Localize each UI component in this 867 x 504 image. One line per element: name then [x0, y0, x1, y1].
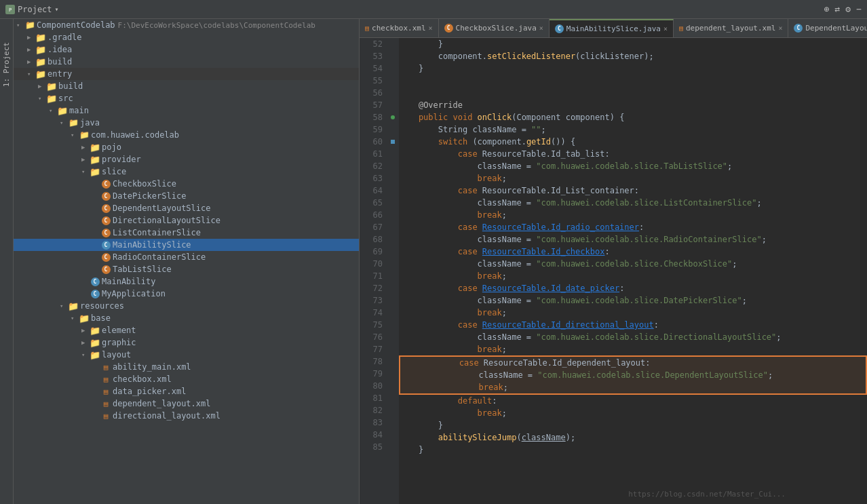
- tree-label: .gradle: [47, 33, 82, 42]
- project-tab-label[interactable]: 1: Project: [1, 39, 12, 90]
- folder-icon: 📁: [79, 313, 90, 323]
- tree-item-pojo[interactable]: ▶ 📁 pojo: [14, 141, 359, 153]
- code-area: 52 53 54 55 56 57 58 59 60 61 62 63 64 6…: [360, 38, 867, 504]
- tree-label: MyApplication: [102, 289, 166, 298]
- tree-item-ability-main-xml[interactable]: ▶ ▤ ability_main.xml: [14, 361, 359, 373]
- tree-label: data_picker.xml: [113, 387, 186, 396]
- tree-item-directional-slice[interactable]: ▶ C DirectionalLayoutSlice: [14, 214, 359, 227]
- globe-btn[interactable]: ⊕: [824, 4, 830, 14]
- tab-close-btn[interactable]: ×: [778, 24, 782, 32]
- tree-item-main[interactable]: ▾ 📁 main: [14, 104, 359, 117]
- tree-item-root[interactable]: ▾ 📁 ComponentCodelab F:\DevEcoWorkSpace\…: [14, 19, 359, 31]
- tree-item-directional-layout-xml[interactable]: ▶ ▤ directional_layout.xml: [14, 410, 359, 422]
- tab-close-btn[interactable]: ×: [663, 25, 668, 33]
- minimize-btn[interactable]: −: [856, 4, 862, 14]
- tree-arrow: ▶: [81, 339, 90, 346]
- sync-btn[interactable]: ⇄: [835, 4, 841, 14]
- java-class-icon: C: [100, 228, 111, 237]
- tree-item-element[interactable]: ▶ 📁 element: [14, 324, 359, 336]
- folder-icon: 📁: [35, 69, 46, 79]
- watermark: https://blog.csdn.net/Master_Cui...: [628, 490, 786, 499]
- tree-item-dependent-layout-xml[interactable]: ▶ ▤ dependent_layout.xml: [14, 398, 359, 410]
- tree-item-idea[interactable]: ▶ 📁 .idea: [14, 43, 359, 56]
- tree-arrow: ▶: [27, 58, 35, 65]
- tree-label: build: [47, 57, 72, 66]
- folder-icon: 📁: [90, 326, 100, 335]
- tab-checkbox-slice-java[interactable]: C CheckboxSlice.java ×: [439, 19, 550, 37]
- tree-label: checkbox.xml: [113, 374, 172, 384]
- tree-item-gradle[interactable]: ▶ 📁 .gradle: [14, 31, 359, 43]
- tree-item-checkbox-slice[interactable]: ▶ C CheckboxSlice: [14, 178, 359, 190]
- tree-arrow: ▾: [71, 132, 79, 138]
- tree-label: slice: [102, 167, 126, 176]
- gutter-column: [387, 38, 399, 504]
- code-pre-highlighted: case ResourceTable.Id_dependent_layout: …: [400, 357, 866, 393]
- tree-item-base[interactable]: ▾ 📁 base: [14, 312, 359, 324]
- code-lines[interactable]: } component.setClickedListener(clickList…: [399, 38, 867, 504]
- tree-item-main-ability-slice[interactable]: ▶ C MainAbilitySlice: [14, 239, 359, 251]
- java-tab-icon: C: [555, 24, 564, 33]
- tab-checkbox-xml[interactable]: ▤ checkbox.xml ×: [360, 19, 439, 37]
- tab-dependent-layout-slice-java[interactable]: C DependentLayoutS... ×: [788, 19, 867, 37]
- tree-arrow: ▶: [81, 327, 90, 334]
- line-numbers: 52 53 54 55 56 57 58 59 60 61 62 63 64 6…: [360, 38, 387, 504]
- tree-item-src[interactable]: ▾ 📁 src: [14, 92, 359, 104]
- sidebar-tree: ▾ 📁 ComponentCodelab F:\DevEcoWorkSpace\…: [14, 19, 359, 504]
- tree-item-resources[interactable]: ▾ 📁 resources: [14, 300, 359, 312]
- tree-item-listcontainer-slice[interactable]: ▶ C ListContainerSlice: [14, 227, 359, 239]
- blue-bookmark-icon: [391, 140, 395, 144]
- tree-item-java[interactable]: ▾ 📁 java: [14, 117, 359, 129]
- tab-close-btn[interactable]: ×: [429, 24, 433, 32]
- tree-item-entry[interactable]: ▾ 📁 entry: [14, 68, 359, 80]
- java-class-icon: C: [100, 203, 111, 213]
- tree-arrow: ▾: [27, 71, 35, 77]
- vertical-project-tab[interactable]: 1: Project: [0, 19, 14, 504]
- tree-label: DependentLayoutSlice: [113, 203, 211, 213]
- green-dot-icon: [391, 115, 395, 119]
- tree-item-layout[interactable]: ▾ 📁 layout: [14, 349, 359, 361]
- folder-icon: 📁: [46, 81, 57, 91]
- tree-arrow: ▶: [81, 156, 90, 163]
- tab-main-ability-slice-java[interactable]: C MainAbilitySlice.java ×: [550, 19, 674, 37]
- tree-arrow: ▶: [27, 46, 35, 53]
- xml-tab-icon: ▤: [679, 24, 683, 32]
- project-arrow: ▾: [55, 5, 59, 13]
- tree-item-data-picker-xml[interactable]: ▶ ▤ data_picker.xml: [14, 385, 359, 398]
- tree-item-radio-slice[interactable]: ▶ C RadioContainerSlice: [14, 251, 359, 263]
- tree-label: ListContainerSlice: [113, 228, 201, 237]
- folder-icon: 📁: [79, 130, 90, 140]
- tree-item-datepicker-slice[interactable]: ▶ C DatePickerSlice: [14, 190, 359, 202]
- tree-item-provider[interactable]: ▶ 📁 provider: [14, 153, 359, 166]
- tree-label: base: [91, 313, 111, 323]
- tree-item-graphic[interactable]: ▶ 📁 graphic: [14, 336, 359, 349]
- tree-arrow: ▾: [81, 168, 90, 175]
- tree-item-dependent-slice[interactable]: ▶ C DependentLayoutSlice: [14, 202, 359, 214]
- project-path: F:\DevEcoWorkSpace\codelabs\ComponentCod…: [118, 21, 315, 30]
- code-pre: } component.setClickedListener(clickList…: [399, 38, 867, 355]
- title-bar-left: P Project ▾: [5, 5, 59, 14]
- tree-arrow: ▶: [81, 144, 90, 151]
- title-bar: P Project ▾ ⊕ ⇄ ⚙ −: [0, 0, 867, 19]
- tree-item-slice[interactable]: ▾ 📁 slice: [14, 166, 359, 178]
- tree-item-pkg[interactable]: ▾ 📁 com.huawei.codelab: [14, 129, 359, 141]
- tree-label: .idea: [47, 45, 72, 54]
- code-editor: ▤ checkbox.xml × C CheckboxSlice.java × …: [360, 19, 867, 504]
- project-icon: P: [5, 5, 15, 14]
- tab-label: DependentLayoutS...: [805, 24, 867, 33]
- java-class-icon: C: [100, 216, 111, 225]
- java-class-icon: C: [90, 277, 100, 286]
- folder-icon: 📁: [90, 155, 100, 164]
- xml-file-icon: ▤: [100, 411, 111, 421]
- tab-close-btn[interactable]: ×: [539, 24, 543, 32]
- tree-item-checkbox-xml[interactable]: ▶ ▤ checkbox.xml: [14, 373, 359, 385]
- svg-text:P: P: [9, 7, 12, 13]
- tree-item-entry-build[interactable]: ▶ 📁 build: [14, 80, 359, 92]
- tree-item-tablist-slice[interactable]: ▶ C TabListSlice: [14, 263, 359, 275]
- tree-item-main-ability[interactable]: ▶ C MainAbility: [14, 275, 359, 288]
- tree-item-build-root[interactable]: ▶ 📁 build: [14, 56, 359, 68]
- tree-item-my-application[interactable]: ▶ C MyApplication: [14, 288, 359, 300]
- tree-label: TabListSlice: [113, 265, 172, 274]
- sidebar: ▾ 📁 ComponentCodelab F:\DevEcoWorkSpace\…: [14, 19, 360, 504]
- settings-btn[interactable]: ⚙: [845, 4, 851, 14]
- tab-dependent-layout-xml[interactable]: ▤ dependent_layout.xml ×: [674, 19, 789, 37]
